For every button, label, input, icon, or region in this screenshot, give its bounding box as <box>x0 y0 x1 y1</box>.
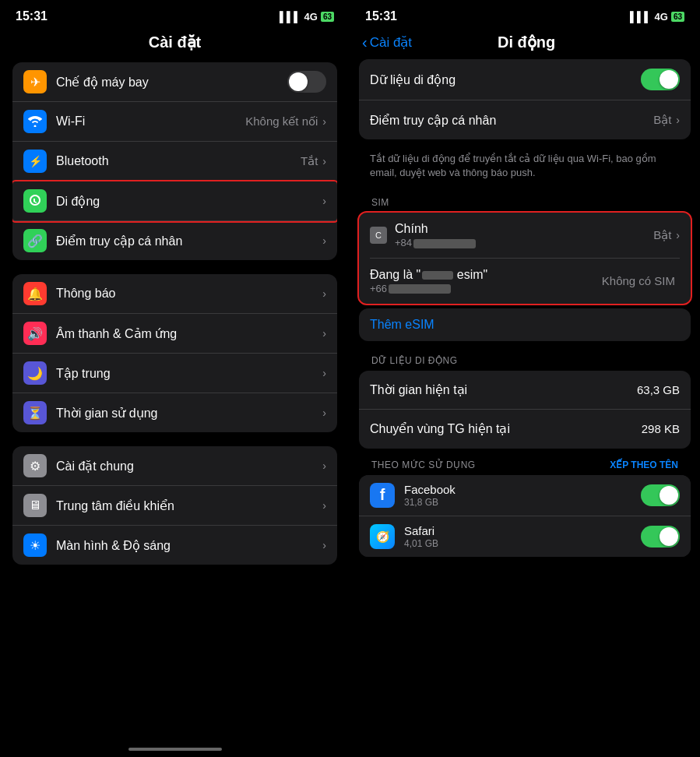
bluetooth-value: Tắt <box>301 154 318 168</box>
thoigian-row[interactable]: ⏳ Thời gian sử dụng › <box>12 393 337 432</box>
manhinh-row[interactable]: ☀ Màn hình & Độ sáng › <box>12 526 337 565</box>
trungtam-row[interactable]: 🖥 Trung tâm điều khiển › <box>12 486 337 526</box>
facebook-name: Facebook <box>404 483 635 496</box>
current-time-label: Thời gian hiện tại <box>370 382 637 397</box>
taptrung-chevron: › <box>322 367 326 379</box>
wifi-chevron: › <box>322 115 326 128</box>
sim-highlighted-outline: C Chính +84 Bật › Đang <box>359 213 691 304</box>
sim-section-label: SIM <box>350 197 700 213</box>
right-battery-badge: 63 <box>671 12 684 22</box>
scroll-indicator <box>128 748 222 751</box>
sim-chinh-icon: C <box>370 227 387 244</box>
thongbao-label: Thông báo <box>56 287 322 301</box>
safari-toggle[interactable] <box>641 526 680 548</box>
wifi-label: Wi-Fi <box>56 114 245 129</box>
left-page-title: Cài đặt <box>0 28 350 62</box>
bluetooth-row[interactable]: ⚡ Bluetooth Tắt › <box>12 142 337 181</box>
di-dong-icon <box>23 189 47 213</box>
dulieu-label: Dữ liệu di động <box>370 72 635 87</box>
thongbao-row[interactable]: 🔔 Thông báo › <box>12 274 337 314</box>
battery-badge: 63 <box>321 12 334 22</box>
hotspot2-chevron: › <box>676 114 680 126</box>
left-panel: 15:31 ▌▌▌ 4G 63 Cài đặt ✈ Chế độ máy bay… <box>0 0 350 757</box>
add-esim-section: Thêm eSIM <box>359 308 691 341</box>
left-section-2: 🔔 Thông báo › 🔊 Âm thanh & Cảm ứng › 🌙 T… <box>12 274 337 432</box>
sim-esim-info: Đang là " esim" +66 <box>370 268 602 294</box>
sim-esim-row[interactable]: Đang là " esim" +66 Không có SIM <box>359 259 691 304</box>
hotspot-row[interactable]: 🔗 Điểm truy cập cá nhân › <box>12 221 337 260</box>
signal-icon: ▌▌▌ <box>280 11 301 23</box>
caidatchung-row[interactable]: ⚙ Cài đặt chung › <box>12 446 337 486</box>
right-status-bar: 15:31 ▌▌▌ 4G 63 <box>350 0 700 28</box>
left-status-bar: 15:31 ▌▌▌ 4G 63 <box>0 0 350 28</box>
sim-chinh-info: Chính +84 <box>395 222 653 248</box>
amthanh-row[interactable]: 🔊 Âm thanh & Cảm ứng › <box>12 314 337 354</box>
facebook-row[interactable]: f Facebook 31,8 GB <box>359 475 691 516</box>
amthanh-label: Âm thanh & Cảm ứng <box>56 326 322 341</box>
left-section-3: ⚙ Cài đặt chung › 🖥 Trung tâm điều khiển… <box>12 446 337 565</box>
sim-esim-number: +66 <box>370 283 602 294</box>
mobile-data-description: Tắt dữ liệu di động để truyền tắt cả dữ … <box>359 147 691 188</box>
bluetooth-icon: ⚡ <box>23 150 47 173</box>
thoigian-icon: ⏳ <box>23 401 47 424</box>
usage-header: THEO MỨC SỬ DỤNG XẾP THEO TÊN <box>350 456 700 474</box>
trungtam-icon: 🖥 <box>23 494 47 517</box>
caidatchung-icon: ⚙ <box>23 454 47 477</box>
right-signal-icon: ▌▌▌ <box>630 11 652 23</box>
left-time: 15:31 <box>16 9 47 23</box>
right-page-title: Di động <box>412 33 641 51</box>
facebook-icon: f <box>370 483 395 508</box>
trungtam-label: Trung tâm điều khiển <box>56 498 322 513</box>
safari-icon: 🧭 <box>370 524 395 549</box>
manhinh-icon: ☀ <box>23 533 47 557</box>
facebook-size: 31,8 GB <box>404 497 635 508</box>
description-block: Tắt dữ liệu di động để truyền tắt cả dữ … <box>359 147 691 188</box>
thoigian-label: Thời gian sử dụng <box>56 406 322 421</box>
airplane-icon: ✈ <box>23 70 47 93</box>
esim-name-blur <box>422 271 453 280</box>
roaming-label: Chuyển vùng TG hiện tại <box>370 421 642 436</box>
taptrung-icon: 🌙 <box>23 361 47 385</box>
thoigian-chevron: › <box>322 407 326 419</box>
di-dong-chevron: › <box>322 195 326 207</box>
current-time-value: 63,3 GB <box>637 383 680 396</box>
bluetooth-chevron: › <box>322 155 326 167</box>
safari-row[interactable]: 🧭 Safari 4,01 GB <box>359 516 691 557</box>
sim-card-section: C Chính +84 Bật › Đang <box>359 213 691 304</box>
taptrung-row[interactable]: 🌙 Tập trung › <box>12 354 337 393</box>
right-header: ‹ Cài đặt Di động <box>350 28 700 59</box>
amthanh-chevron: › <box>322 327 326 340</box>
left-status-icons: ▌▌▌ 4G 63 <box>280 11 334 23</box>
back-button[interactable]: ‹ Cài đặt <box>362 33 412 51</box>
safari-info: Safari 4,01 GB <box>404 524 635 549</box>
toggle-knob-dulieu <box>660 70 678 89</box>
safari-size: 4,01 GB <box>404 538 635 549</box>
dulieu-toggle[interactable] <box>641 69 680 90</box>
back-chevron-icon: ‹ <box>362 33 368 51</box>
left-section-1: ✈ Chế độ máy bay Wi-Fi Không kết nối › ⚡… <box>12 62 337 260</box>
facebook-info: Facebook 31,8 GB <box>404 483 635 508</box>
right-panel: 15:31 ▌▌▌ 4G 63 ‹ Cài đặt Di động Dữ liệ… <box>350 0 700 757</box>
airplane-row[interactable]: ✈ Chế độ máy bay <box>12 62 337 102</box>
airplane-label: Chế độ máy bay <box>56 75 281 90</box>
sim-highlighted-container: C Chính +84 Bật › Đang <box>359 213 691 304</box>
sort-button[interactable]: XẾP THEO TÊN <box>610 459 678 470</box>
data-usage-section: Thời gian hiện tại 63,3 GB Chuyển vùng T… <box>359 371 691 449</box>
safari-name: Safari <box>404 524 635 537</box>
hotspot2-row[interactable]: Điểm truy cập cá nhân Bật › <box>359 100 691 139</box>
dulieu-row[interactable]: Dữ liệu di động <box>359 59 691 100</box>
manhinh-label: Màn hình & Độ sáng <box>56 538 322 553</box>
wifi-row[interactable]: Wi-Fi Không kết nối › <box>12 102 337 142</box>
sim-esim-number-blur <box>389 284 451 294</box>
di-dong-row[interactable]: Di động › <box>12 181 337 221</box>
wifi-value: Không kết nối <box>245 114 318 129</box>
sim-chinh-row[interactable]: C Chính +84 Bật › <box>359 213 691 258</box>
facebook-toggle[interactable] <box>641 484 680 506</box>
taptrung-label: Tập trung <box>56 366 322 381</box>
airplane-toggle[interactable] <box>287 71 326 93</box>
thongbao-chevron: › <box>322 287 326 300</box>
hotspot-label: Điểm truy cập cá nhân <box>56 234 322 248</box>
add-esim-button[interactable]: Thêm eSIM <box>370 318 434 331</box>
thongbao-icon: 🔔 <box>23 282 47 305</box>
data-section-label: DỮ LIỆU DI ĐỘNG <box>350 347 700 371</box>
